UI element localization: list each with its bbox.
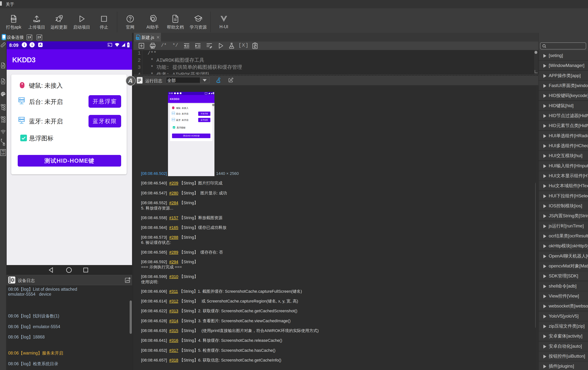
- svg-text:D: D: [1, 121, 2, 123]
- svg-text:APK: APK: [2, 65, 5, 67]
- svg-text:JS: JS: [136, 37, 138, 39]
- svg-text:APK: APK: [12, 18, 16, 20]
- svg-text:XML: XML: [2, 81, 5, 83]
